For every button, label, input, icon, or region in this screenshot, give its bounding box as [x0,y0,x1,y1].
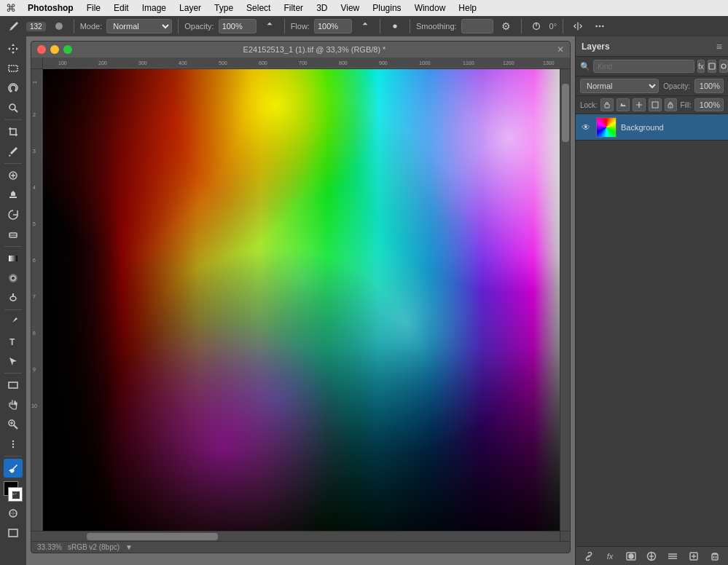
menu-3d[interactable]: 3D [310,1,333,15]
menu-view[interactable]: View [334,1,365,15]
scrollbar-horizontal[interactable] [43,532,560,541]
tool-rect-shape[interactable] [4,376,23,395]
window-maximize-button[interactable] [63,45,72,54]
svg-text:900: 900 [379,60,388,66]
layer-thumbnail [596,117,617,138]
color-reset-icon[interactable]: ↩ [12,491,20,499]
tool-healing[interactable] [4,166,23,185]
smoothing-settings-icon[interactable]: ⚙ [498,18,515,34]
flow-pressure-icon[interactable] [356,18,374,34]
brush-hardness-icon[interactable] [50,18,68,34]
opacity-input[interactable] [694,79,724,93]
opacity-input[interactable] [219,19,257,33]
layer-adjustment-btn[interactable] [643,549,659,564]
lock-transparent-btn[interactable] [600,98,614,111]
tool-crop[interactable] [4,122,23,141]
tool-screen-mode[interactable] [4,523,23,542]
svg-text:800: 800 [339,60,348,66]
tool-quick-select[interactable] [4,98,23,117]
tool-more[interactable] [4,435,23,454]
lock-all-btn[interactable] [665,98,678,111]
tool-type[interactable]: T [4,332,23,351]
symmetry-icon[interactable] [569,18,587,34]
scrollbar-vertical[interactable] [560,69,570,531]
canvas-viewport[interactable] [43,69,560,531]
tool-pen[interactable] [4,312,23,331]
statusbar-arrow-icon[interactable]: ▼ [125,543,133,551]
layer-delete-btn[interactable] [707,549,723,564]
extra-settings-icon[interactable] [591,18,608,34]
smoothing-input[interactable] [461,19,493,33]
layer-group-btn[interactable] [665,549,681,564]
options-bar: 132 Mode: Normal Opacity: Flow: Smoothin… [0,16,728,36]
svg-text:1100: 1100 [463,60,474,66]
tool-move[interactable] [4,39,23,58]
airbrush-icon[interactable] [386,18,404,34]
scrollbar-h-thumb[interactable] [87,533,218,540]
svg-point-0 [55,23,63,30]
menu-select[interactable]: Select [240,1,276,15]
menu-window[interactable]: Window [409,1,452,15]
apple-menu-icon[interactable]: ⌘ [6,2,16,14]
color-swatches[interactable]: ↩ [2,481,24,502]
menu-edit[interactable]: Edit [108,1,135,15]
svg-text:T: T [9,337,15,347]
opacity-pressure-icon[interactable] [261,18,278,34]
layers-panel-close[interactable]: ≡ [716,41,722,52]
lock-position-btn[interactable] [633,98,646,111]
tool-quick-mask[interactable] [4,504,23,523]
menu-type[interactable]: Type [208,1,239,15]
tool-eyedropper[interactable] [4,142,23,161]
layers-search-input[interactable] [593,60,694,73]
tool-stamp[interactable] [4,186,23,205]
scrollbar-h-row [31,531,570,541]
svg-point-4 [595,25,598,28]
color-profile: sRGB v2 (8bpc) [68,543,120,551]
layer-filter-image[interactable] [708,60,716,73]
tool-marquee-rect[interactable] [4,59,23,78]
tool-lasso[interactable] [4,79,23,98]
tool-path-select[interactable] [4,352,23,371]
layer-item[interactable]: 👁 Background [576,114,728,141]
lock-artboard-btn[interactable] [649,98,662,111]
layer-link-btn[interactable] [581,549,597,564]
layer-filter-fx[interactable]: fx [697,60,705,73]
layer-fx-btn[interactable]: fx [602,549,618,564]
tool-hand[interactable] [4,395,23,414]
tool-brush[interactable] [4,459,23,478]
blend-mode-select[interactable]: Normal [580,79,659,93]
svg-line-23 [14,425,17,429]
svg-text:1000: 1000 [419,60,431,66]
scrollbar-v-thumb[interactable] [562,84,569,142]
menu-app-name[interactable]: Photoshop [22,1,79,15]
window-minimize-button[interactable] [50,45,59,54]
menu-help[interactable]: Help [453,1,482,15]
tool-eraser[interactable] [4,225,23,244]
svg-text:1200: 1200 [503,60,514,66]
layer-visibility-icon[interactable]: 👁 [580,122,592,133]
flow-input[interactable] [314,19,352,33]
layer-filter-adjust[interactable] [719,60,728,73]
layer-new-btn[interactable] [686,549,702,564]
fill-input[interactable] [694,98,724,111]
menu-file[interactable]: File [81,1,106,15]
tool-blur[interactable] [4,269,23,288]
tool-zoom[interactable] [4,415,23,434]
tool-history-brush[interactable] [4,205,23,224]
lock-image-btn[interactable] [617,98,630,111]
svg-text:8: 8 [33,331,36,336]
brush-size-badge[interactable]: 132 [26,22,46,31]
tool-gradient[interactable] [4,249,23,268]
mode-select[interactable]: Normal [106,19,172,33]
menu-image[interactable]: Image [136,1,172,15]
svg-line-9 [15,109,17,112]
tool-dodge[interactable] [4,288,23,307]
window-close-button[interactable] [37,45,46,54]
layer-mask-btn[interactable] [623,549,639,564]
menu-layer[interactable]: Layer [173,1,207,15]
menu-filter[interactable]: Filter [278,1,309,15]
flow-label: Flow: [291,22,310,31]
document-content: 100 200 300 400 500 600 700 800 900 1000… [31,58,570,541]
document-close-icon[interactable]: ✕ [557,44,564,55]
menu-plugins[interactable]: Plugins [367,1,407,15]
